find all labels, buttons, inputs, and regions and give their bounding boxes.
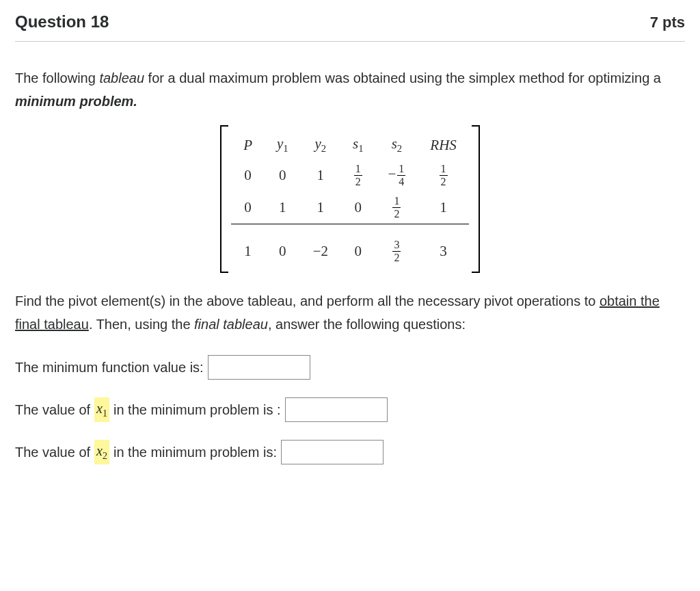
answer-row-x1: The value of x1 in the minimum problem i…: [15, 397, 685, 422]
cell: 12: [340, 159, 376, 192]
col-s2: s2: [376, 131, 418, 159]
cell: 0: [265, 159, 301, 192]
cell: 0: [340, 224, 376, 268]
q2-pre: The value of: [15, 399, 90, 421]
col-s2-var: s: [392, 135, 397, 152]
cell: 0: [231, 192, 265, 224]
bracket-left: [220, 125, 228, 273]
cell: 12: [376, 192, 418, 224]
matrix-header-row: P y1 y2 s1 s2 RHS: [231, 131, 469, 159]
cell: 1: [418, 192, 469, 224]
col-s2-sub: 2: [397, 143, 402, 154]
answers-block: The minimum function value is: The value…: [15, 355, 685, 464]
q3-pre: The value of: [15, 441, 90, 463]
col-y2-var: y: [314, 135, 321, 152]
matrix-table: P y1 y2 s1 s2 RHS 0 0 1 12 −14 12 0: [231, 131, 469, 267]
table-row: 1 0 −2 0 32 3: [231, 224, 469, 268]
col-P: P: [231, 131, 265, 159]
col-y1-var: y: [277, 135, 283, 152]
col-y2-sub: 2: [321, 143, 326, 154]
cell: 0: [265, 224, 301, 268]
prompt-minprob-word: minimum problem.: [15, 94, 137, 109]
prompt-text: The following tableau for a dual maximum…: [15, 66, 685, 113]
col-RHS: RHS: [418, 131, 469, 159]
cell: −14: [376, 159, 418, 192]
x2-value-input[interactable]: [281, 440, 383, 464]
col-y1: y1: [265, 131, 301, 159]
q2-sub: 1: [103, 408, 107, 419]
cell: 32: [376, 224, 418, 268]
x2-variable: x2: [94, 440, 109, 464]
tableau-matrix: P y1 y2 s1 s2 RHS 0 0 1 12 −14 12 0: [220, 125, 480, 273]
q2-post: in the minimum problem is :: [113, 399, 281, 421]
instr-part2: . Then, using the: [89, 317, 194, 332]
q3-sub: 2: [103, 451, 107, 461]
instructions-text: Find the pivot element(s) in the above t…: [15, 289, 685, 336]
frac-num: 1: [392, 196, 401, 208]
frac-num: 3: [392, 239, 401, 252]
q3-var: x: [96, 443, 103, 458]
q3-post: in the minimum problem is:: [113, 441, 277, 463]
instr-part3: , answer the following questions:: [268, 317, 466, 332]
col-s1: s1: [340, 131, 376, 159]
x1-variable: x1: [94, 397, 109, 421]
question-points: 7 pts: [650, 14, 685, 31]
frac-den: 2: [354, 176, 362, 187]
prompt-part1: The following: [15, 70, 99, 86]
x1-value-input[interactable]: [285, 397, 388, 422]
col-s1-sub: 1: [358, 143, 363, 154]
table-row: 0 1 1 0 12 1: [231, 192, 469, 224]
tableau-wrapper: P y1 y2 s1 s2 RHS 0 0 1 12 −14 12 0: [15, 125, 685, 273]
col-y1-sub: 1: [283, 143, 288, 154]
question-header: Question 18 7 pts: [15, 12, 685, 42]
cell: 1: [301, 192, 340, 224]
frac-num: 1: [397, 163, 405, 176]
cell: 0: [231, 159, 265, 192]
cell: 1: [301, 159, 340, 192]
answer-row-x2: The value of x2 in the minimum problem i…: [15, 440, 685, 464]
question-container: Question 18 7 pts The following tableau …: [0, 0, 700, 495]
answer-row-min-value: The minimum function value is:: [15, 355, 685, 380]
question-title: Question 18: [15, 12, 109, 31]
min-value-input[interactable]: [208, 355, 310, 380]
frac-num: 1: [354, 163, 362, 176]
prompt-part2: for a dual maximum problem was obtained …: [144, 70, 661, 86]
frac-den: 4: [397, 176, 405, 187]
col-s1-var: s: [353, 135, 358, 152]
frac-den: 2: [392, 208, 401, 220]
instr-final-tab: final tableau: [194, 317, 268, 332]
frac-num: 1: [440, 163, 448, 176]
neg-sign: −: [388, 166, 396, 182]
q1-label: The minimum function value is:: [15, 356, 204, 378]
frac-den: 2: [440, 176, 448, 187]
q2-var: x: [96, 401, 103, 416]
cell: −2: [301, 224, 340, 268]
frac-den: 2: [392, 252, 401, 263]
instr-part1: Find the pivot element(s) in the above t…: [15, 293, 600, 308]
cell: 0: [340, 192, 376, 224]
bracket-right: [472, 125, 480, 273]
cell: 1: [231, 224, 265, 268]
table-row: 0 0 1 12 −14 12: [231, 159, 469, 192]
cell: 12: [418, 159, 469, 192]
cell: 3: [418, 224, 469, 268]
col-y2: y2: [301, 131, 340, 159]
prompt-tableau-word: tableau: [99, 70, 144, 86]
cell: 1: [265, 192, 301, 224]
